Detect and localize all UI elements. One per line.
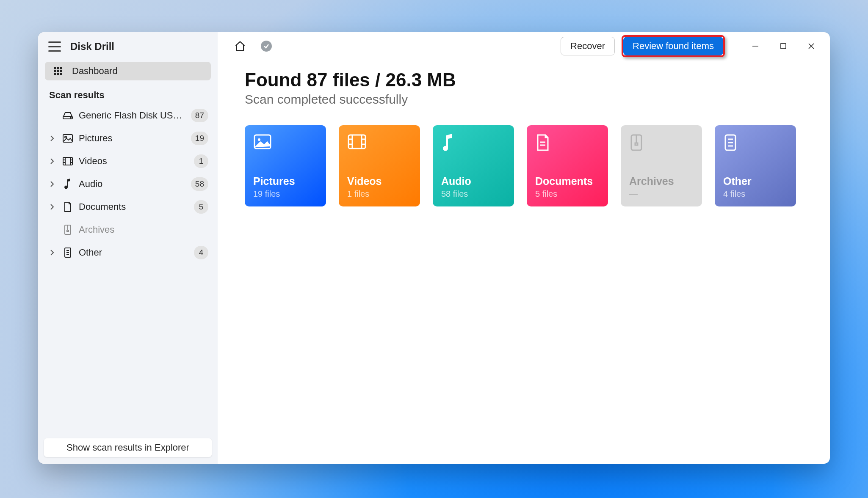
device-row[interactable]: Generic Flash Disk USB D… 87 [40,104,216,127]
sidebar-item-label: Videos [79,156,189,167]
check-icon [261,41,272,52]
video-icon [62,157,74,166]
home-button[interactable] [233,39,247,53]
sidebar-item-videos[interactable]: Videos 1 [40,150,216,173]
svg-rect-6 [54,73,56,75]
scan-results-header: Scan results [38,83,218,104]
count-badge: 19 [191,132,208,145]
count-badge: 58 [191,177,208,191]
svg-rect-8 [60,73,62,75]
svg-point-12 [65,136,66,138]
topbar: Recover Review found items [218,32,830,60]
picture-icon [62,134,74,143]
nav-dashboard-label: Dashboard [72,66,118,77]
card-title: Pictures [253,175,318,187]
results-subhead: Scan completed successfully [245,92,803,107]
chevron-right-icon [47,135,57,142]
svg-rect-44 [635,143,638,145]
nav-dashboard[interactable]: Dashboard [45,62,211,80]
sidebar-item-pictures[interactable]: Pictures 19 [40,127,216,150]
chevron-right-icon [47,204,57,210]
review-found-items-button[interactable]: Review found items [623,37,723,55]
svg-point-32 [258,138,260,141]
sidebar-header: Disk Drill [38,32,218,59]
card-archives: Archives — [621,125,702,206]
card-pictures[interactable]: Pictures 19 files [245,125,326,206]
document-icon [62,201,74,212]
card-subtitle: 4 files [723,189,788,199]
topbar-right: Recover Review found items [561,35,826,57]
svg-point-10 [70,117,71,118]
sidebar: Disk Drill Dashboard Scan results [38,32,218,464]
window-controls [741,39,826,54]
archive-icon [62,224,74,235]
maximize-button[interactable] [776,39,791,54]
svg-rect-28 [781,44,786,49]
music-icon [441,134,506,152]
minimize-button[interactable] [748,39,763,54]
svg-rect-0 [54,67,56,69]
chevron-right-icon [47,158,57,165]
file-icon [723,134,788,152]
results-headline: Found 87 files / 26.3 MB [245,69,803,91]
sidebar-item-documents[interactable]: Documents 5 [40,195,216,218]
file-icon [62,247,74,258]
card-subtitle: — [629,189,694,199]
drive-icon [62,111,74,120]
svg-rect-1 [57,67,59,69]
card-title: Documents [535,175,600,187]
app-window: Disk Drill Dashboard Scan results [38,32,830,464]
card-documents[interactable]: Documents 5 files [527,125,608,206]
card-audio[interactable]: Audio 58 files [433,125,514,206]
sidebar-item-other[interactable]: Other 4 [40,241,216,264]
tutorial-highlight: Review found items [622,35,725,57]
svg-rect-2 [60,67,62,69]
sidebar-item-label: Pictures [79,133,186,144]
count-badge: 4 [194,246,208,259]
card-title: Other [723,175,788,187]
device-label: Generic Flash Disk USB D… [79,110,186,121]
sidebar-footer: Show scan results in Explorer [38,433,218,464]
sidebar-item-label: Documents [79,201,189,212]
card-subtitle: 1 files [347,189,412,199]
desktop-background: Disk Drill Dashboard Scan results [0,0,868,498]
grid-icon [53,66,64,77]
card-other[interactable]: Other 4 files [715,125,796,206]
hamburger-icon[interactable] [48,41,61,52]
app-title: Disk Drill [70,41,114,52]
sidebar-item-label: Other [79,247,189,258]
card-title: Audio [441,175,506,187]
device-count-badge: 87 [191,109,208,122]
card-title: Videos [347,175,412,187]
chevron-right-icon [47,181,57,187]
svg-rect-5 [60,70,62,72]
close-button[interactable] [804,39,819,54]
svg-rect-22 [67,230,69,231]
sidebar-item-label: Archives [79,224,208,235]
recover-button[interactable]: Recover [561,37,615,55]
card-subtitle: 58 files [441,189,506,199]
chevron-right-icon [47,249,57,256]
card-title: Archives [629,175,694,187]
svg-rect-11 [63,135,72,142]
svg-rect-4 [57,70,59,72]
results-content: Found 87 files / 26.3 MB Scan completed … [218,60,830,216]
sidebar-item-archives: Archives [40,218,216,241]
picture-icon [253,134,318,152]
show-in-explorer-button[interactable]: Show scan results in Explorer [44,438,212,457]
sidebar-item-audio[interactable]: Audio 58 [40,173,216,195]
sidebar-item-label: Audio [79,179,186,190]
count-badge: 5 [194,200,208,214]
archive-icon [629,134,694,152]
card-videos[interactable]: Videos 1 files [339,125,420,206]
video-icon [347,134,412,152]
count-badge: 1 [194,154,208,168]
svg-rect-3 [54,70,56,72]
scan-status-indicator[interactable] [259,39,274,53]
card-subtitle: 19 files [253,189,318,199]
music-icon [62,179,74,190]
topbar-left [233,39,274,53]
document-icon [535,134,600,152]
category-cards: Pictures 19 files Videos 1 files [245,125,803,206]
svg-rect-33 [348,135,365,149]
